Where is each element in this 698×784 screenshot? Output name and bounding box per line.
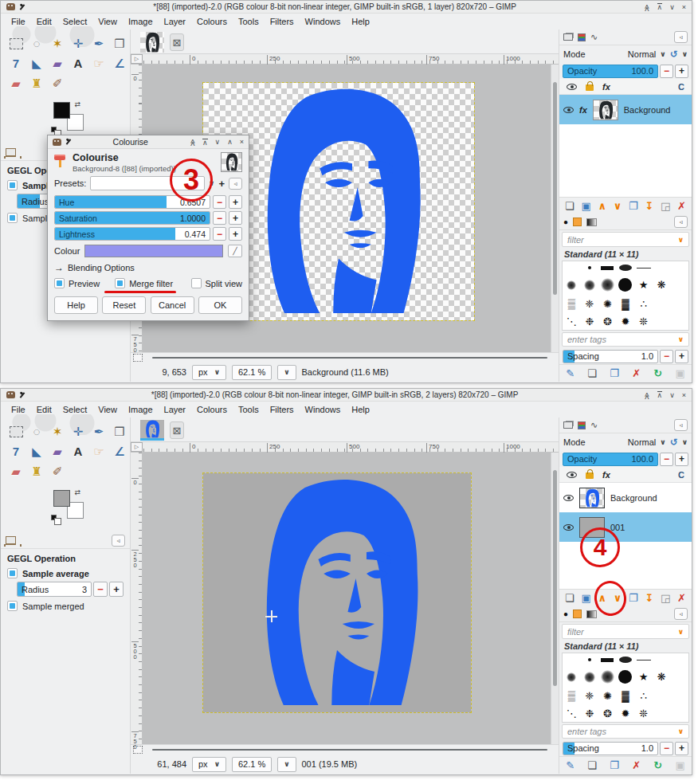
menu-tools[interactable]: Tools	[233, 403, 265, 416]
layer-fx-icon[interactable]: fx	[579, 105, 587, 115]
rectangle-select-tool[interactable]	[6, 34, 25, 53]
radius-increase-button[interactable]: +	[109, 582, 124, 597]
foreground-color-swatch[interactable]	[53, 490, 70, 507]
rectangle-select-tool[interactable]	[6, 422, 25, 441]
unit-dropdown[interactable]: px∨	[192, 757, 226, 772]
edit-brush-button[interactable]: ✎	[566, 367, 574, 379]
sample-average-checkbox[interactable]	[7, 568, 18, 578]
dock-menu-button[interactable]: ◃	[674, 419, 688, 431]
brush-thumb[interactable]	[601, 266, 614, 270]
minimize-icon[interactable]: ∨	[669, 391, 675, 399]
delete-brush-button[interactable]: ✗	[632, 759, 641, 771]
brush-thumb[interactable]: ∴	[640, 299, 646, 309]
lightness-decrease-button[interactable]: −	[213, 227, 226, 241]
brush-thumb[interactable]: ▒	[568, 299, 575, 309]
brush-filter-input[interactable]: filter	[567, 235, 678, 245]
patterns-tab-icon[interactable]	[573, 610, 582, 618]
menu-help[interactable]: Help	[346, 403, 375, 416]
clone-tool[interactable]: ♜	[27, 74, 46, 92]
dock-menu-button[interactable]: ◃	[674, 31, 688, 43]
mode-options-icon[interactable]: ∨	[682, 50, 688, 58]
brush-thumb[interactable]: ❈	[585, 299, 594, 309]
horizontal-ruler[interactable]: ▷ 02505007501000	[131, 441, 559, 453]
measure-tool[interactable]: ∠	[110, 54, 129, 73]
default-image-icon[interactable]: ⊠	[170, 421, 184, 439]
smudge-tool[interactable]: ☞	[89, 442, 108, 461]
reset-mode-icon[interactable]: ↺	[670, 49, 678, 60]
layer-visibility-icon[interactable]	[563, 495, 574, 501]
lightness-increase-button[interactable]: +	[229, 227, 242, 241]
vertical-ruler[interactable]: 0250500750	[131, 453, 143, 744]
menu-image[interactable]: Image	[123, 15, 159, 28]
menu-help[interactable]: Help	[346, 15, 375, 28]
brush-thumb[interactable]: ❊	[639, 316, 648, 327]
new-layer-button[interactable]: ❏	[565, 592, 574, 604]
duplicate-brush-button[interactable]: ❐	[610, 759, 619, 771]
tool-options-tab-icon[interactable]	[6, 536, 16, 545]
canvas-image-layer[interactable]	[203, 473, 471, 712]
gradients-tab-icon[interactable]	[586, 218, 597, 226]
vertical-scrollbar[interactable]	[551, 453, 559, 744]
brush-thumb[interactable]: ▓	[622, 299, 629, 309]
zoom-dropdown[interactable]: ∨	[277, 365, 296, 380]
tags-dropdown-icon[interactable]: ∨	[678, 727, 684, 735]
measure-tool[interactable]: ∠	[110, 442, 129, 461]
visibility-column-icon[interactable]	[567, 472, 577, 478]
layers-tab-icon[interactable]	[563, 421, 573, 429]
zoom-value[interactable]: 62.1 %	[232, 757, 272, 772]
spacing-increase-button[interactable]: +	[675, 742, 688, 755]
layer-visibility-icon[interactable]	[563, 107, 574, 113]
fuzzy-select-tool[interactable]: ✶	[48, 34, 67, 53]
mode-dropdown-icon[interactable]: ∨	[660, 438, 665, 446]
gradient-tool[interactable]: ▰	[48, 442, 67, 461]
dock-menu-button[interactable]: ◃	[674, 608, 688, 620]
crop-tool[interactable]: ❒	[110, 34, 129, 53]
brush-thumb[interactable]	[637, 660, 651, 661]
mode-value[interactable]: Normal	[628, 49, 656, 59]
paintbrush-tool[interactable]: ✐	[48, 74, 67, 92]
merge-down-button[interactable]: ↧	[645, 200, 653, 212]
brushes-tab-icon[interactable]: ●	[563, 610, 568, 618]
channels-tab-icon[interactable]	[578, 33, 586, 41]
delete-layer-button[interactable]: ✗	[677, 592, 686, 604]
open-brush-button[interactable]: ▣	[675, 759, 684, 771]
radius-decrease-button[interactable]: −	[93, 582, 108, 597]
zoom-value[interactable]: 62.1 %	[232, 365, 272, 380]
keep-above-icon[interactable]: ∧	[202, 139, 208, 146]
menu-windows[interactable]: Windows	[300, 403, 347, 416]
brush-thumb[interactable]: ∴	[640, 691, 646, 701]
duplicate-brush-button[interactable]: ❐	[610, 367, 619, 379]
brush-thumb[interactable]	[584, 280, 595, 291]
move-tool[interactable]: ✛	[69, 422, 88, 441]
saturation-decrease-button[interactable]: −	[213, 211, 226, 225]
presets-menu-button[interactable]: ◃	[229, 178, 242, 190]
shade-icon[interactable]: ≪	[188, 139, 196, 144]
tool-options-tab-icon[interactable]	[6, 148, 16, 157]
clone-tool[interactable]: ♜	[27, 462, 46, 480]
reset-button[interactable]: Reset	[102, 296, 146, 314]
colour-swatch[interactable]	[84, 245, 223, 257]
brush-thumb[interactable]: ✺	[603, 691, 612, 701]
menu-colours[interactable]: Colours	[191, 15, 233, 28]
brush-thumb[interactable]: ❂	[603, 708, 612, 719]
horizontal-scrollbar[interactable]	[146, 353, 559, 363]
gradient-tool[interactable]: ▰	[48, 54, 67, 73]
duplicate-layer-button[interactable]: ❐	[629, 592, 638, 604]
layer-name[interactable]: 001	[610, 523, 688, 532]
crop-tool[interactable]: ❒	[110, 422, 129, 441]
spacing-decrease-button[interactable]: −	[660, 350, 673, 363]
layer-visibility-icon[interactable]	[563, 524, 574, 531]
brush-thumb[interactable]: ★	[639, 672, 649, 682]
menu-filters[interactable]: Filters	[265, 403, 300, 416]
opacity-slider[interactable]: Opacity100.0	[563, 65, 658, 78]
open-brush-button[interactable]: ▣	[675, 367, 684, 379]
new-layer-button[interactable]: ❏	[565, 200, 574, 212]
expander-arrow-icon[interactable]: →	[54, 262, 64, 273]
brush-thumb[interactable]	[618, 278, 632, 292]
brush-thumb[interactable]: ⋱	[567, 316, 577, 327]
sample-average-checkbox[interactable]	[7, 180, 18, 190]
opacity-slider[interactable]: Opacity100.0	[563, 453, 658, 466]
brush-thumb[interactable]: ▒	[568, 691, 575, 701]
brush-thumb[interactable]: ❊	[639, 708, 648, 719]
vertical-scrollbar[interactable]	[551, 65, 559, 352]
